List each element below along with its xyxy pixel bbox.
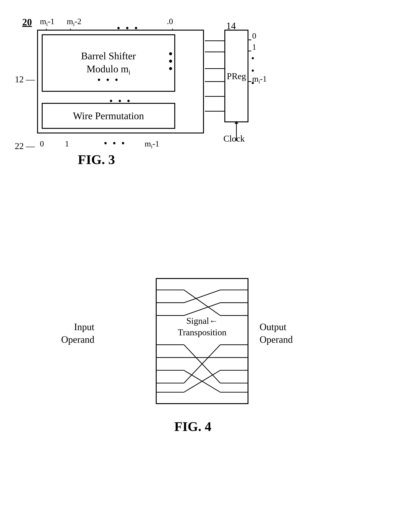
wire-text: Wire Permutation bbox=[73, 110, 144, 122]
svg-line-37 bbox=[184, 303, 220, 316]
row-label-1bot: 1 bbox=[65, 139, 69, 148]
output-operand: Output Operand bbox=[260, 321, 293, 346]
row-label-dots-bot: • • • bbox=[104, 138, 126, 149]
page: { "fig3": { "label_20": "20", "label_12"… bbox=[0, 0, 417, 532]
label-22: 22 — bbox=[15, 141, 35, 151]
block-wire: Wire Permutation bbox=[42, 103, 175, 129]
block-outer: Barrel Shifter Modulo mi • • • • • • Wir… bbox=[37, 30, 204, 133]
row-label-0bot: 0 bbox=[40, 139, 44, 148]
block-barrel: Barrel Shifter Modulo mi • • • bbox=[42, 34, 175, 92]
signal-svg bbox=[157, 279, 248, 403]
out-label-1: 1 bbox=[252, 42, 256, 52]
out-label-0: 0 bbox=[252, 31, 256, 41]
fig4-caption: FIG. 4 bbox=[174, 419, 211, 434]
block-signal bbox=[156, 278, 249, 404]
fig3-caption: FIG. 3 bbox=[78, 152, 115, 167]
block-preg: PReg bbox=[224, 30, 249, 122]
barrel-text: Barrel Shifter Modulo mi bbox=[81, 50, 136, 77]
fig4-diagram: Input Operand bbox=[56, 259, 371, 463]
clock-label: Clock bbox=[223, 133, 245, 144]
svg-line-35 bbox=[184, 290, 220, 316]
col-label-mi2: mi-2 bbox=[67, 17, 81, 27]
input-operand: Input Operand bbox=[61, 321, 94, 346]
dots-barrel: • • • bbox=[97, 74, 120, 85]
col-label-0top: .0 bbox=[167, 17, 173, 26]
label-14: 14 bbox=[226, 20, 236, 31]
row-label-mi1bot: mi-1 bbox=[145, 139, 159, 150]
out-label-mi1: mi-1 bbox=[252, 74, 267, 85]
svg-line-36 bbox=[184, 290, 220, 303]
label-12: 12 — bbox=[15, 74, 35, 84]
col-label-mi1: mi-1 bbox=[40, 17, 54, 27]
preg-text: PReg bbox=[227, 71, 246, 81]
label-20: 20 bbox=[22, 17, 32, 28]
fig3-diagram: 20 mi-1 mi-2 • • • .0 Barrel Shifter Mod… bbox=[11, 11, 308, 178]
